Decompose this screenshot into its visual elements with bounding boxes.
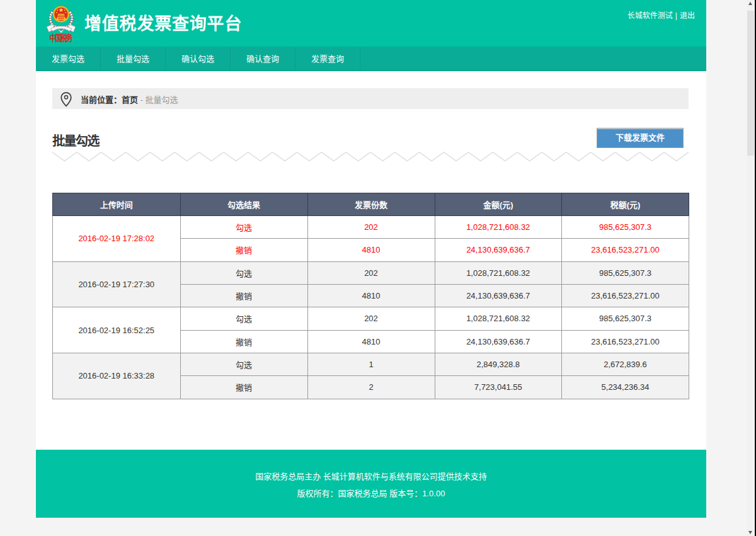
svg-text:中国税务: 中国税务 [50, 33, 74, 43]
